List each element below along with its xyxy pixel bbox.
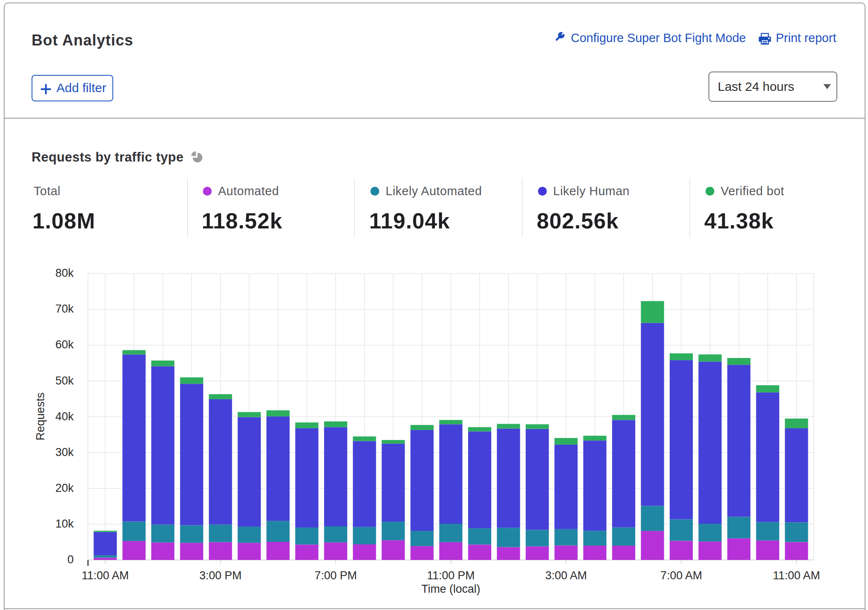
svg-text:3:00 AM: 3:00 AM: [545, 569, 587, 582]
svg-text:40k: 40k: [55, 410, 74, 423]
svg-text:80k: 80k: [55, 267, 74, 279]
svg-text:60k: 60k: [55, 338, 74, 351]
svg-text:20k: 20k: [55, 482, 74, 494]
svg-text:7:00 PM: 7:00 PM: [314, 569, 357, 582]
svg-text:11:00 AM: 11:00 AM: [82, 569, 129, 582]
svg-text:30k: 30k: [55, 446, 74, 459]
svg-text:Requests: Requests: [34, 393, 47, 440]
svg-text:70k: 70k: [55, 302, 74, 315]
svg-text:11:00 PM: 11:00 PM: [427, 569, 475, 582]
svg-text:3:00 PM: 3:00 PM: [199, 569, 242, 582]
svg-text:7:00 AM: 7:00 AM: [660, 569, 702, 582]
svg-text:50k: 50k: [55, 374, 74, 387]
svg-text:10k: 10k: [55, 517, 74, 530]
svg-text:0: 0: [67, 553, 74, 566]
svg-text:11:00 AM: 11:00 AM: [773, 569, 820, 582]
svg-text:Time (local): Time (local): [421, 583, 480, 595]
